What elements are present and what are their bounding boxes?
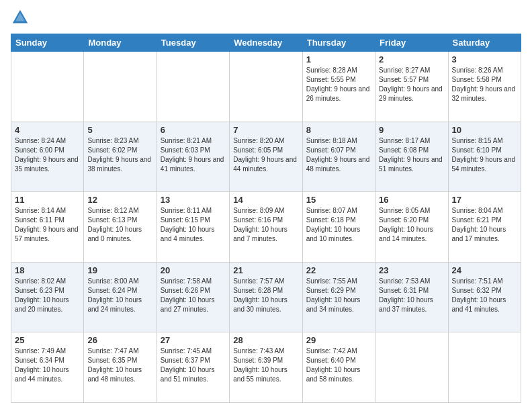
calendar-table: SundayMondayTuesdayWednesdayThursdayFrid… bbox=[11, 34, 521, 403]
week-row-4: 18Sunrise: 8:02 AM Sunset: 6:23 PM Dayli… bbox=[11, 262, 521, 332]
day-number: 11 bbox=[15, 195, 80, 205]
day-cell: 2Sunrise: 8:27 AM Sunset: 5:57 PM Daylig… bbox=[375, 52, 448, 122]
day-number: 17 bbox=[452, 195, 517, 205]
logo-icon bbox=[11, 8, 30, 27]
day-cell: 6Sunrise: 8:21 AM Sunset: 6:03 PM Daylig… bbox=[157, 122, 229, 192]
day-number: 29 bbox=[306, 335, 371, 345]
day-number: 6 bbox=[161, 125, 226, 135]
day-number: 25 bbox=[15, 335, 80, 345]
weekday-header-friday: Friday bbox=[375, 34, 448, 52]
day-number: 5 bbox=[87, 125, 152, 135]
day-cell: 13Sunrise: 8:11 AM Sunset: 6:15 PM Dayli… bbox=[157, 192, 229, 263]
header bbox=[11, 8, 521, 27]
weekday-header-row: SundayMondayTuesdayWednesdayThursdayFrid… bbox=[11, 34, 521, 52]
day-info: Sunrise: 8:23 AM Sunset: 6:02 PM Dayligh… bbox=[87, 136, 152, 174]
day-cell: 28Sunrise: 7:43 AM Sunset: 6:39 PM Dayli… bbox=[230, 332, 302, 403]
day-cell: 12Sunrise: 8:12 AM Sunset: 6:13 PM Dayli… bbox=[84, 192, 157, 263]
week-row-5: 25Sunrise: 7:49 AM Sunset: 6:34 PM Dayli… bbox=[11, 332, 521, 403]
day-info: Sunrise: 7:57 AM Sunset: 6:28 PM Dayligh… bbox=[233, 277, 298, 314]
day-info: Sunrise: 8:15 AM Sunset: 6:10 PM Dayligh… bbox=[452, 136, 517, 174]
day-cell: 21Sunrise: 7:57 AM Sunset: 6:28 PM Dayli… bbox=[230, 262, 302, 332]
day-number: 24 bbox=[452, 265, 517, 275]
day-info: Sunrise: 7:51 AM Sunset: 6:32 PM Dayligh… bbox=[452, 277, 517, 314]
day-number: 22 bbox=[306, 265, 371, 275]
day-number: 13 bbox=[161, 195, 226, 205]
day-number: 8 bbox=[306, 125, 371, 135]
day-cell: 22Sunrise: 7:55 AM Sunset: 6:29 PM Dayli… bbox=[302, 262, 375, 332]
day-cell: 11Sunrise: 8:14 AM Sunset: 6:11 PM Dayli… bbox=[11, 192, 84, 263]
day-number: 23 bbox=[379, 265, 444, 275]
day-cell: 16Sunrise: 8:05 AM Sunset: 6:20 PM Dayli… bbox=[375, 192, 448, 263]
day-number: 9 bbox=[379, 125, 444, 135]
day-number: 19 bbox=[87, 265, 152, 275]
day-cell: 7Sunrise: 8:20 AM Sunset: 6:05 PM Daylig… bbox=[230, 122, 302, 192]
day-number: 2 bbox=[379, 54, 444, 64]
day-cell: 29Sunrise: 7:42 AM Sunset: 6:40 PM Dayli… bbox=[302, 332, 375, 403]
day-cell: 9Sunrise: 8:17 AM Sunset: 6:08 PM Daylig… bbox=[375, 122, 448, 192]
day-cell bbox=[84, 52, 157, 122]
day-info: Sunrise: 8:14 AM Sunset: 6:11 PM Dayligh… bbox=[15, 206, 80, 244]
day-info: Sunrise: 8:12 AM Sunset: 6:13 PM Dayligh… bbox=[87, 206, 152, 244]
day-info: Sunrise: 7:43 AM Sunset: 6:39 PM Dayligh… bbox=[233, 347, 298, 384]
day-cell: 14Sunrise: 8:09 AM Sunset: 6:16 PM Dayli… bbox=[230, 192, 302, 263]
day-number: 20 bbox=[161, 265, 226, 275]
day-cell bbox=[157, 52, 229, 122]
day-info: Sunrise: 8:18 AM Sunset: 6:07 PM Dayligh… bbox=[306, 136, 371, 174]
weekday-header-saturday: Saturday bbox=[448, 34, 521, 52]
day-cell bbox=[375, 332, 448, 403]
day-info: Sunrise: 8:27 AM Sunset: 5:57 PM Dayligh… bbox=[379, 66, 444, 103]
day-info: Sunrise: 8:11 AM Sunset: 6:15 PM Dayligh… bbox=[161, 206, 226, 244]
day-cell: 25Sunrise: 7:49 AM Sunset: 6:34 PM Dayli… bbox=[11, 332, 84, 403]
day-info: Sunrise: 8:24 AM Sunset: 6:00 PM Dayligh… bbox=[15, 136, 80, 174]
day-number: 4 bbox=[15, 125, 80, 135]
day-info: Sunrise: 8:17 AM Sunset: 6:08 PM Dayligh… bbox=[379, 136, 444, 174]
day-number: 14 bbox=[233, 195, 298, 205]
weekday-header-tuesday: Tuesday bbox=[157, 34, 229, 52]
day-info: Sunrise: 8:07 AM Sunset: 6:18 PM Dayligh… bbox=[306, 206, 371, 244]
day-number: 21 bbox=[233, 265, 298, 275]
day-info: Sunrise: 8:02 AM Sunset: 6:23 PM Dayligh… bbox=[15, 277, 80, 314]
day-info: Sunrise: 8:05 AM Sunset: 6:20 PM Dayligh… bbox=[379, 206, 444, 244]
day-info: Sunrise: 7:47 AM Sunset: 6:35 PM Dayligh… bbox=[87, 347, 152, 384]
day-number: 26 bbox=[87, 335, 152, 345]
day-cell: 23Sunrise: 7:53 AM Sunset: 6:31 PM Dayli… bbox=[375, 262, 448, 332]
weekday-header-wednesday: Wednesday bbox=[230, 34, 302, 52]
day-cell: 17Sunrise: 8:04 AM Sunset: 6:21 PM Dayli… bbox=[448, 192, 521, 263]
day-number: 12 bbox=[87, 195, 152, 205]
week-row-2: 4Sunrise: 8:24 AM Sunset: 6:00 PM Daylig… bbox=[11, 122, 521, 192]
day-cell: 26Sunrise: 7:47 AM Sunset: 6:35 PM Dayli… bbox=[84, 332, 157, 403]
day-cell: 15Sunrise: 8:07 AM Sunset: 6:18 PM Dayli… bbox=[302, 192, 375, 263]
day-info: Sunrise: 8:20 AM Sunset: 6:05 PM Dayligh… bbox=[233, 136, 298, 174]
day-info: Sunrise: 8:28 AM Sunset: 5:55 PM Dayligh… bbox=[306, 66, 371, 103]
day-cell: 24Sunrise: 7:51 AM Sunset: 6:32 PM Dayli… bbox=[448, 262, 521, 332]
day-number: 15 bbox=[306, 195, 371, 205]
day-info: Sunrise: 8:21 AM Sunset: 6:03 PM Dayligh… bbox=[161, 136, 226, 174]
weekday-header-monday: Monday bbox=[84, 34, 157, 52]
day-number: 27 bbox=[161, 335, 226, 345]
day-cell bbox=[448, 332, 521, 403]
day-cell: 5Sunrise: 8:23 AM Sunset: 6:02 PM Daylig… bbox=[84, 122, 157, 192]
day-cell: 20Sunrise: 7:58 AM Sunset: 6:26 PM Dayli… bbox=[157, 262, 229, 332]
day-info: Sunrise: 8:26 AM Sunset: 5:58 PM Dayligh… bbox=[452, 66, 517, 103]
day-cell: 18Sunrise: 8:02 AM Sunset: 6:23 PM Dayli… bbox=[11, 262, 84, 332]
day-number: 28 bbox=[233, 335, 298, 345]
day-number: 16 bbox=[379, 195, 444, 205]
weekday-header-sunday: Sunday bbox=[11, 34, 84, 52]
day-cell: 10Sunrise: 8:15 AM Sunset: 6:10 PM Dayli… bbox=[448, 122, 521, 192]
day-cell: 27Sunrise: 7:45 AM Sunset: 6:37 PM Dayli… bbox=[157, 332, 229, 403]
day-info: Sunrise: 8:09 AM Sunset: 6:16 PM Dayligh… bbox=[233, 206, 298, 244]
day-cell bbox=[11, 52, 84, 122]
page: SundayMondayTuesdayWednesdayThursdayFrid… bbox=[0, 0, 532, 411]
weekday-header-thursday: Thursday bbox=[302, 34, 375, 52]
day-number: 3 bbox=[452, 54, 517, 64]
day-cell: 1Sunrise: 8:28 AM Sunset: 5:55 PM Daylig… bbox=[302, 52, 375, 122]
day-number: 10 bbox=[452, 125, 517, 135]
week-row-1: 1Sunrise: 8:28 AM Sunset: 5:55 PM Daylig… bbox=[11, 52, 521, 122]
day-cell: 4Sunrise: 8:24 AM Sunset: 6:00 PM Daylig… bbox=[11, 122, 84, 192]
day-info: Sunrise: 8:04 AM Sunset: 6:21 PM Dayligh… bbox=[452, 206, 517, 244]
logo bbox=[11, 8, 32, 27]
day-info: Sunrise: 7:49 AM Sunset: 6:34 PM Dayligh… bbox=[15, 347, 80, 384]
week-row-3: 11Sunrise: 8:14 AM Sunset: 6:11 PM Dayli… bbox=[11, 192, 521, 263]
day-info: Sunrise: 7:42 AM Sunset: 6:40 PM Dayligh… bbox=[306, 347, 371, 384]
day-info: Sunrise: 7:53 AM Sunset: 6:31 PM Dayligh… bbox=[379, 277, 444, 314]
